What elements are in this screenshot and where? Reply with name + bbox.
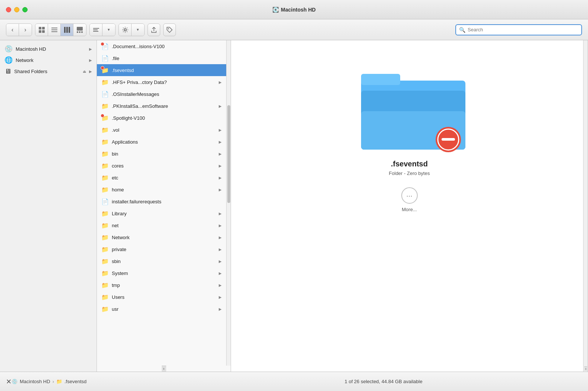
file-icon: 📁 (101, 126, 109, 134)
list-item[interactable]: 📁Applications▶ (97, 136, 231, 148)
sidebar-item-macintosh-hd[interactable]: 💿 Macintosh HD ▶ (0, 43, 97, 54)
svg-point-17 (124, 29, 126, 31)
chevron-right-icon: ▶ (219, 271, 222, 275)
scroll-pause-right[interactable]: ⏸ (584, 366, 587, 371)
file-name: sbin (112, 259, 216, 264)
sidebar-item-network[interactable]: 🌐 Network ▶ (0, 54, 97, 66)
minimize-button[interactable] (14, 7, 19, 12)
list-item[interactable]: 📁Users▶ (97, 291, 231, 303)
svg-rect-4 (51, 28, 57, 28)
file-name: .PKInstallSa...emSoftware (112, 103, 216, 109)
forward-button[interactable]: › (19, 24, 32, 36)
file-icon: 📁 (101, 210, 109, 217)
svg-rect-9 (69, 27, 70, 33)
list-item[interactable]: 📄.OSInstallerMessages (97, 88, 231, 100)
window-title: 💽 Macintosh HD (272, 7, 316, 13)
list-item[interactable]: 📁cores▶ (97, 160, 231, 172)
share-button[interactable] (148, 24, 160, 36)
list-item[interactable]: 📁.PKInstallSa...emSoftware▶ (97, 100, 231, 112)
list-item[interactable]: 📁Network▶ (97, 231, 231, 243)
file-name: .Document...isions-V100 (112, 44, 222, 49)
file-icon: 📁 (101, 270, 109, 277)
file-name: net (112, 223, 216, 228)
list-item[interactable]: 📄.Document...isions-V100 (97, 40, 231, 52)
file-name: cores (112, 163, 216, 169)
file-icon: 📁 (101, 162, 109, 169)
svg-rect-8 (66, 27, 68, 33)
file-icon: 📁 (101, 294, 109, 301)
list-item[interactable]: 📁sbin▶ (97, 255, 231, 267)
search-input[interactable] (468, 27, 578, 32)
icon-view-button[interactable] (35, 24, 48, 36)
file-name: usr (112, 306, 216, 312)
chevron-right-icon: ▶ (219, 128, 222, 132)
list-item[interactable]: 📁usr▶ (97, 303, 231, 315)
no-access-badge (101, 66, 104, 70)
list-item[interactable]: 📁.HFS+ Priva...ctory Data?▶ (97, 76, 231, 88)
group-arrow-button[interactable]: ▾ (102, 24, 115, 36)
breadcrumb-current: .fseventsd (64, 379, 86, 384)
list-item[interactable]: 📁System▶ (97, 267, 231, 279)
back-button[interactable]: ‹ (6, 24, 19, 36)
svg-rect-6 (51, 31, 57, 32)
nav-buttons: ‹ › (6, 24, 32, 36)
gallery-view-button[interactable] (73, 24, 86, 36)
chevron-right-icon: ▶ (219, 152, 222, 156)
svg-rect-10 (77, 27, 83, 31)
close-button[interactable]: ✕ (6, 378, 12, 386)
list-item[interactable]: 📁.vol▶ (97, 124, 231, 136)
svg-point-18 (168, 28, 169, 29)
list-item[interactable]: 📄installer.failurerequests (97, 196, 231, 207)
chevron-right-icon: ▶ (219, 212, 222, 216)
list-view-button[interactable] (48, 24, 61, 36)
scroll-thumb[interactable] (227, 105, 230, 203)
list-item[interactable]: 📁etc▶ (97, 172, 231, 184)
list-item[interactable]: 📁tmp▶ (97, 279, 231, 291)
title-disk-icon: 💽 (272, 7, 279, 13)
file-icon: 📁 (101, 138, 109, 146)
breadcrumb-root[interactable]: Macintosh HD (20, 379, 50, 384)
svg-rect-12 (79, 31, 80, 33)
scrollbar[interactable] (226, 40, 231, 366)
list-item[interactable]: 📁.fseventsd (97, 64, 231, 76)
preview-scrollbar[interactable]: ⏸ (583, 40, 588, 372)
svg-rect-0 (39, 27, 41, 29)
file-name: Network (112, 235, 216, 240)
file-name: private (112, 247, 216, 252)
svg-rect-14 (93, 28, 99, 29)
file-icon: 📁 (101, 103, 109, 110)
file-icon: 📁 (101, 282, 109, 289)
list-item[interactable]: 📁bin▶ (97, 148, 231, 160)
svg-rect-1 (42, 27, 45, 29)
column-view-button[interactable] (61, 24, 73, 36)
gear-arrow-button[interactable]: ▾ (132, 24, 144, 36)
svg-rect-3 (42, 30, 45, 33)
no-access-badge (101, 114, 104, 118)
chevron-right-icon: ▶ (219, 247, 222, 251)
file-icon: 📁 (101, 222, 109, 229)
list-item[interactable]: 📁home▶ (97, 184, 231, 196)
folder-preview (361, 70, 458, 148)
sidebar-item-shared-folders[interactable]: 🖥 Shared Folders ⏏ ▶ (0, 66, 97, 77)
scroll-pause-bottom[interactable]: ⏸ (162, 366, 166, 372)
list-item[interactable]: 📁net▶ (97, 219, 231, 231)
gear-button[interactable] (119, 24, 132, 36)
list-item[interactable]: 📁Library▶ (97, 207, 231, 219)
file-icon: 📁 (101, 115, 109, 122)
tag-button[interactable] (163, 24, 176, 36)
preview-panel: .fseventsd Folder - Zero bytes ··· More.… (231, 40, 588, 372)
list-item[interactable]: 📁private▶ (97, 243, 231, 255)
file-icon: 📄 (101, 198, 109, 205)
file-icon: 📄 (101, 43, 109, 50)
group-button[interactable] (90, 24, 102, 36)
close-button[interactable] (6, 7, 11, 12)
search-bar[interactable]: 🔍 (455, 24, 582, 35)
group-buttons: ▾ (89, 24, 116, 36)
list-item[interactable]: 📄.file (97, 52, 231, 64)
list-item[interactable]: 📁.Spotlight-V100 (97, 112, 231, 124)
maximize-button[interactable] (22, 7, 28, 12)
svg-rect-15 (93, 29, 98, 30)
file-name: .fseventsd (112, 68, 222, 73)
svg-rect-16 (93, 31, 98, 32)
more-button[interactable]: ··· More... (401, 187, 418, 212)
